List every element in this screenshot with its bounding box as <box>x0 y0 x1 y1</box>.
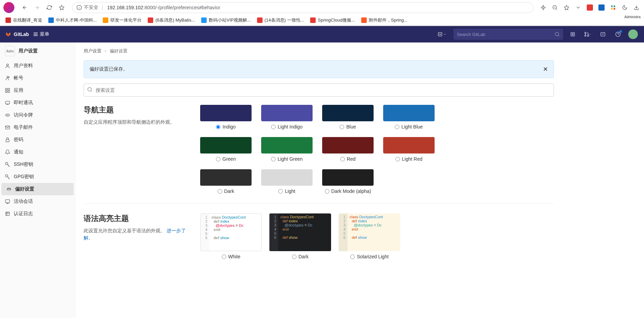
bookmark-item[interactable]: (6条消息) MyBatis... <box>148 17 195 23</box>
sidebar-item[interactable]: 帐号 <box>0 72 75 84</box>
sidebar-item[interactable]: 访问令牌 <box>0 109 75 121</box>
bookmark-item[interactable]: 中科人才网-中国科... <box>48 17 97 23</box>
search-bar[interactable] <box>453 29 563 40</box>
search-settings-input[interactable] <box>84 84 554 97</box>
profile-avatar-icon[interactable] <box>3 2 14 13</box>
theme-radio[interactable] <box>396 157 400 161</box>
apps-icon[interactable] <box>609 3 617 12</box>
svg-rect-31 <box>6 212 10 216</box>
back-button[interactable] <box>20 3 29 12</box>
breadcrumb-root[interactable]: 用户设置 <box>84 48 101 53</box>
theme-label[interactable]: Light Green <box>271 156 303 162</box>
theme-swatch <box>383 137 435 153</box>
theme-option[interactable]: Light Blue <box>383 105 435 130</box>
theme-option[interactable]: Green <box>200 137 252 162</box>
theme-option[interactable]: Light Red <box>383 137 435 162</box>
bookmark-item[interactable]: 在线翻译_有道 <box>5 17 42 23</box>
sidebar-item[interactable]: 即时通讯 <box>0 97 75 109</box>
search-input[interactable] <box>457 32 555 37</box>
sidebar-item[interactable]: 用户资料 <box>0 60 75 72</box>
sidebar-item[interactable]: 活动会话 <box>0 195 75 208</box>
sidebar-header[interactable]: Adm 用户设置 <box>0 42 75 60</box>
theme-radio[interactable] <box>395 125 399 129</box>
theme-radio[interactable] <box>216 157 220 161</box>
theme-option[interactable]: Dark <box>200 169 252 194</box>
forward-button[interactable] <box>32 3 42 12</box>
ext1-icon[interactable] <box>586 3 594 12</box>
syntax-option[interactable]: 123456 class DoctypesCont def index @doc… <box>269 213 331 259</box>
theme-radio[interactable] <box>340 125 344 129</box>
theme-label[interactable]: Blue <box>340 124 356 130</box>
chevron-down-icon[interactable] <box>574 3 582 12</box>
sidebar-item-icon <box>5 199 10 204</box>
bookmark-item[interactable]: 附件邮件，Spring... <box>361 17 408 23</box>
user-menu[interactable] <box>628 29 639 40</box>
dark-mode-icon[interactable] <box>621 3 629 12</box>
favorite-icon[interactable] <box>562 3 571 12</box>
syntax-radio[interactable] <box>292 255 296 259</box>
alert-close-icon[interactable]: ✕ <box>543 65 548 73</box>
theme-radio[interactable] <box>325 189 329 194</box>
zoom-out-icon[interactable] <box>551 3 559 12</box>
address-bar[interactable]: 不安全 | 192.168.159.102:8000/-/profile/pre… <box>72 2 534 13</box>
theme-radio[interactable] <box>218 189 222 194</box>
bookmark-star-icon[interactable] <box>57 3 66 12</box>
sidebar-item[interactable]: 电子邮件 <box>0 121 75 134</box>
sidebar-item[interactable]: 认证日志 <box>0 208 75 220</box>
reload-button[interactable] <box>45 3 54 12</box>
theme-option[interactable]: Light <box>261 169 313 194</box>
theme-option[interactable]: Red <box>322 137 374 162</box>
bookmark-item[interactable]: (14条消息) 一致性... <box>257 17 304 23</box>
theme-label[interactable]: Red <box>340 156 356 162</box>
menu-button[interactable]: 菜单 <box>33 31 49 37</box>
sidebar-title: 用户设置 <box>19 48 38 54</box>
syntax-label[interactable]: Solarized Light <box>350 254 389 259</box>
theme-label[interactable]: Light <box>278 188 295 194</box>
theme-label[interactable]: Light Blue <box>395 124 423 130</box>
syntax-label[interactable]: Dark <box>292 254 309 259</box>
merge-requests-icon[interactable] <box>582 29 593 40</box>
theme-option[interactable]: Dark Mode (alpha) <box>322 169 374 194</box>
theme-radio[interactable] <box>216 125 220 129</box>
theme-label[interactable]: Dark Mode (alpha) <box>325 188 371 194</box>
sidebar-item[interactable]: 密码 <box>0 134 75 146</box>
todos-icon[interactable] <box>597 29 608 40</box>
sidebar-item-icon <box>6 186 12 192</box>
alert-saved: 偏好设置已保存。 ✕ <box>84 60 554 78</box>
sidebar-item[interactable]: SSH密钥 <box>0 158 75 171</box>
theme-label[interactable]: Light Indigo <box>271 124 302 130</box>
syntax-label[interactable]: White <box>222 254 241 259</box>
theme-option[interactable]: Light Indigo <box>261 105 313 130</box>
theme-label[interactable]: Dark <box>218 188 234 194</box>
issues-icon[interactable] <box>567 29 578 40</box>
sidebar-item-label: 偏好设置 <box>15 186 34 192</box>
theme-radio[interactable] <box>271 157 276 161</box>
bookmark-item[interactable]: 数码小站VIP视频解... <box>201 17 251 23</box>
sidebar-item[interactable]: 应用 <box>0 84 75 97</box>
sidebar-item-icon <box>5 149 10 155</box>
theme-label[interactable]: Green <box>216 156 236 162</box>
theme-option[interactable]: Indigo <box>200 105 252 130</box>
lightning-icon[interactable] <box>539 3 547 12</box>
theme-option[interactable]: Blue <box>322 105 374 130</box>
bookmark-item[interactable]: SpringCloud微服... <box>310 17 355 23</box>
syntax-option[interactable]: 123456 class DoctypesCont def index @doc… <box>200 213 262 259</box>
syntax-radio[interactable] <box>222 255 226 259</box>
ext2-icon[interactable] <box>597 3 606 12</box>
gitlab-logo[interactable]: GitLab <box>5 32 29 37</box>
bookmark-item[interactable]: 研发一体化平台 <box>103 17 142 23</box>
syntax-radio[interactable] <box>350 255 355 259</box>
sidebar-item[interactable]: 通知 <box>0 146 75 158</box>
theme-radio[interactable] <box>340 157 345 161</box>
create-button[interactable] <box>435 30 449 38</box>
theme-radio[interactable] <box>278 189 283 194</box>
help-icon[interactable] <box>612 29 623 40</box>
theme-label[interactable]: Indigo <box>216 124 235 130</box>
theme-option[interactable]: Light Green <box>261 137 313 162</box>
theme-radio[interactable] <box>271 125 276 129</box>
syntax-option[interactable]: 123456 class DoctypesCont def index @doc… <box>339 213 400 259</box>
sidebar-item[interactable]: GPG密钥 <box>0 171 75 183</box>
theme-label[interactable]: Light Red <box>396 156 423 162</box>
download-icon[interactable] <box>632 3 641 12</box>
sidebar-item[interactable]: 偏好设置 <box>1 183 74 195</box>
